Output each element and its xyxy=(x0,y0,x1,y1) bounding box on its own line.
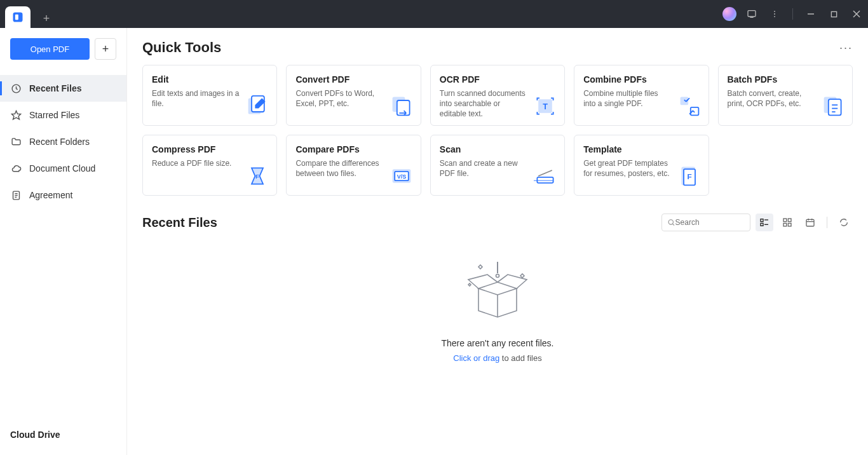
svg-rect-48 xyxy=(806,219,814,226)
window-minimize-button[interactable] xyxy=(803,6,818,22)
svg-rect-33 xyxy=(538,177,553,183)
tool-title: Compare PDFs xyxy=(295,144,411,154)
combine-icon xyxy=(678,95,701,118)
tool-desc: Reduce a PDF file size. xyxy=(152,158,241,168)
sidebar-item-label: Starred Files xyxy=(29,110,79,120)
tool-title: Combine PDFs xyxy=(583,74,699,85)
svg-point-3 xyxy=(774,11,775,12)
quick-tools-heading: Quick Tools xyxy=(142,39,221,56)
quick-tools-grid: Edit Edit texts and images in a file. Co… xyxy=(142,65,853,196)
tool-card-template[interactable]: Template Get great PDF templates for res… xyxy=(574,135,709,196)
quick-tools-more-button[interactable]: ··· xyxy=(839,41,853,55)
compress-icon: F xyxy=(246,165,269,187)
document-icon xyxy=(10,189,22,201)
window-controls xyxy=(722,6,864,22)
svg-rect-47 xyxy=(788,223,791,226)
star-icon xyxy=(10,109,22,121)
tool-card-compare[interactable]: Compare PDFs Compare the differences bet… xyxy=(286,135,421,196)
tool-title: Convert PDF xyxy=(295,74,411,85)
tool-desc: Combine multiple files into a single PDF… xyxy=(583,88,672,109)
svg-point-52 xyxy=(496,275,499,278)
empty-rest: to add files xyxy=(499,353,542,363)
view-calendar-button[interactable] xyxy=(801,214,819,231)
tool-desc: Convert PDFs to Word, Excel, PPT, etc. xyxy=(295,88,384,109)
search-input-wrapper[interactable] xyxy=(661,214,750,231)
tool-desc: Edit texts and images in a file. xyxy=(152,88,241,109)
tool-card-scan[interactable]: Scan Scan and create a new PDF file. xyxy=(430,135,565,196)
search-input[interactable] xyxy=(675,218,745,227)
tool-title: Batch PDFs xyxy=(728,74,843,85)
sidebar-item-recent-files[interactable]: Recent Files xyxy=(0,75,126,102)
svg-point-38 xyxy=(668,220,673,224)
content-area: Quick Tools ··· Edit Edit texts and imag… xyxy=(127,28,868,455)
svg-rect-45 xyxy=(788,219,791,222)
svg-rect-41 xyxy=(761,223,763,226)
search-icon xyxy=(667,218,675,227)
svg-rect-44 xyxy=(783,219,787,222)
tool-title: Edit xyxy=(152,74,268,85)
view-list-button[interactable] xyxy=(756,214,773,231)
sidebar-item-starred-files[interactable]: Starred Files xyxy=(0,102,126,128)
feedback-icon[interactable] xyxy=(744,6,759,22)
sidebar-item-agreement[interactable]: Agreement xyxy=(0,182,126,208)
empty-add-link[interactable]: Click or drag xyxy=(453,353,499,363)
svg-text:T: T xyxy=(543,102,548,111)
tool-card-convert[interactable]: Convert PDF Convert PDFs to Word, Excel,… xyxy=(286,65,421,126)
divider xyxy=(827,217,827,228)
app-logo-icon xyxy=(11,11,24,24)
svg-text:F: F xyxy=(255,173,259,180)
template-icon: F xyxy=(678,165,701,187)
sidebar-nav: Recent Files Starred Files Recent Folder… xyxy=(0,75,126,208)
ocr-icon: T xyxy=(534,95,557,118)
empty-sub: Click or drag to add files xyxy=(453,353,541,363)
titlebar: + xyxy=(0,0,868,28)
empty-box-icon xyxy=(459,257,536,327)
sidebar-item-recent-folders[interactable]: Recent Folders xyxy=(0,128,126,155)
convert-icon xyxy=(390,95,413,118)
sidebar-item-document-cloud[interactable]: Document Cloud xyxy=(0,155,126,182)
cloud-drive-heading: Cloud Drive xyxy=(10,430,116,440)
svg-rect-1 xyxy=(15,15,18,20)
svg-point-4 xyxy=(774,13,775,15)
tool-title: Template xyxy=(583,144,699,154)
clock-icon xyxy=(10,83,22,94)
refresh-button[interactable] xyxy=(835,214,853,231)
tool-card-edit[interactable]: Edit Edit texts and images in a file. xyxy=(142,65,277,126)
open-pdf-button[interactable]: Open PDF xyxy=(10,38,90,60)
tool-title: Scan xyxy=(440,144,555,154)
compare-icon: V/S xyxy=(390,165,413,187)
svg-rect-25 xyxy=(829,99,841,115)
svg-line-39 xyxy=(672,224,674,226)
view-grid-button[interactable] xyxy=(778,214,796,231)
window-close-button[interactable] xyxy=(849,6,864,22)
tool-title: OCR PDF xyxy=(440,74,555,85)
cloud-icon xyxy=(10,163,22,174)
svg-rect-2 xyxy=(748,11,756,17)
tool-card-compress[interactable]: Compress PDF Reduce a PDF file size. F xyxy=(142,135,277,196)
tool-card-combine[interactable]: Combine PDFs Combine multiple files into… xyxy=(574,65,709,126)
divider xyxy=(792,8,793,20)
svg-rect-40 xyxy=(761,219,763,222)
tool-desc: Compare the differences between two file… xyxy=(295,158,384,179)
svg-text:V/S: V/S xyxy=(397,173,407,180)
tool-desc: Scan and create a new PDF file. xyxy=(440,158,529,179)
sidebar-item-label: Agreement xyxy=(29,190,72,200)
tool-card-ocr[interactable]: OCR PDF Turn scanned documents into sear… xyxy=(430,65,565,126)
tool-card-batch[interactable]: Batch PDFs Batch convert, create, print,… xyxy=(718,65,853,126)
sidebar: Open PDF + Recent Files Starred Files Re… xyxy=(0,28,127,455)
tool-desc: Get great PDF templates for resumes, pos… xyxy=(583,158,672,179)
tab-well: + xyxy=(5,0,56,28)
empty-state: There aren't any recent files. Click or … xyxy=(142,257,853,363)
create-pdf-button[interactable]: + xyxy=(95,38,116,60)
folder-icon xyxy=(10,136,22,147)
sidebar-item-label: Recent Files xyxy=(29,83,81,93)
empty-message: There aren't any recent files. xyxy=(442,338,554,348)
svg-rect-46 xyxy=(783,223,787,226)
app-tab-home[interactable] xyxy=(5,6,31,28)
window-maximize-button[interactable] xyxy=(826,6,841,22)
new-tab-button[interactable]: + xyxy=(37,9,56,28)
user-avatar[interactable] xyxy=(722,7,736,21)
recent-controls xyxy=(661,214,853,231)
menu-kebab-icon[interactable] xyxy=(767,6,782,22)
svg-point-5 xyxy=(774,16,775,17)
